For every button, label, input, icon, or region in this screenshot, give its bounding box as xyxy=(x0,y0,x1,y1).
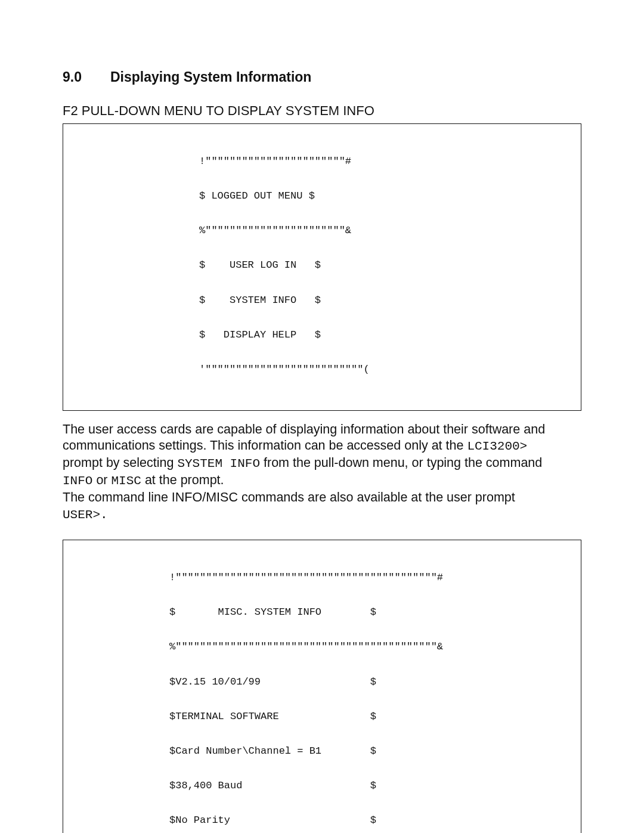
body-text: communications settings. This informatio… xyxy=(63,438,467,453)
terminal-misc-system-info: !"""""""""""""""""""""""""""""""""""""""… xyxy=(63,540,581,833)
info-version: $V2.15 10/01/99 $ xyxy=(169,676,570,688)
body-text: prompt by selecting xyxy=(63,456,177,470)
terminal-line: !"""""""""""""""""""""""""""""""""""""""… xyxy=(169,572,570,583)
menu-item-display-help: $ DISPLAY HELP $ xyxy=(199,329,570,340)
menu-item-user-log-in: $ USER LOG IN $ xyxy=(199,259,570,271)
section-number: 9.0 xyxy=(63,69,94,86)
subheading: F2 PULL-DOWN MENU TO DISPLAY SYSTEM INFO xyxy=(63,103,581,119)
section-heading: 9.0 Displaying System Information xyxy=(63,69,581,86)
terminal-line: %"""""""""""""""""""""""& xyxy=(199,225,570,236)
inline-code: SYSTEM INFO xyxy=(177,457,260,470)
menu-title: $ LOGGED OUT MENU $ xyxy=(199,190,570,202)
inline-code: MISC xyxy=(112,474,141,488)
inline-code: INFO xyxy=(63,474,92,488)
terminal-logged-out-menu: !"""""""""""""""""""""""# $ LOGGED OUT M… xyxy=(63,123,581,411)
info-parity: $No Parity $ xyxy=(169,815,570,826)
body-text: or xyxy=(92,473,111,487)
terminal-line: !"""""""""""""""""""""""# xyxy=(199,156,570,167)
info-card-channel: $Card Number\Channel = B1 $ xyxy=(169,745,570,757)
inline-code: LCI3200> xyxy=(467,439,527,453)
inline-code: USER>. xyxy=(63,508,108,522)
info-baud: $38,400 Baud $ xyxy=(169,780,570,791)
section-title: Displaying System Information xyxy=(110,69,311,86)
info-software-type: $TERMINAL SOFTWARE $ xyxy=(169,711,570,722)
menu-item-system-info: $ SYSTEM INFO $ xyxy=(199,295,570,306)
terminal-line: %"""""""""""""""""""""""""""""""""""""""… xyxy=(169,641,570,652)
body-text: at the prompt. xyxy=(141,473,224,487)
terminal-line: '""""""""""""""""""""""""""( xyxy=(199,364,570,375)
paragraph: The user access cards are capable of dis… xyxy=(63,422,581,524)
body-text: The user access cards are capable of dis… xyxy=(63,422,545,436)
panel-title: $ MISC. SYSTEM INFO $ xyxy=(169,606,570,618)
body-text: from the pull-down menu, or typing the c… xyxy=(260,456,542,470)
body-text: The command line INFO/MISC commands are … xyxy=(63,490,515,504)
